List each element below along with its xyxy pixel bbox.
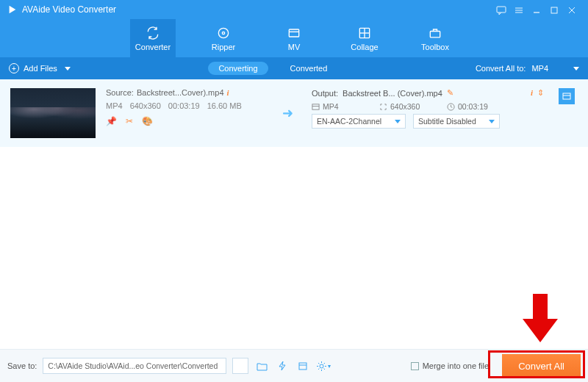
add-files-button[interactable]: + Add Files	[9, 63, 71, 73]
source-label: Source:	[106, 88, 134, 97]
output-resolution: 640x360	[390, 102, 420, 111]
tab-converting[interactable]: Converting	[208, 62, 268, 75]
svg-rect-20	[563, 93, 570, 99]
svg-marker-26	[523, 319, 558, 342]
menu-icon[interactable]	[510, 4, 528, 15]
tab-toolbox[interactable]: Toolbox	[412, 19, 458, 57]
audio-track-value: EN-AAC-2Channel	[317, 117, 381, 126]
file-row: Source: Backstreet...Cover).mp4 i MP4 64…	[0, 79, 588, 147]
plus-icon: +	[9, 63, 19, 73]
svg-point-9	[218, 28, 228, 37]
edit-icon[interactable]: ✎	[447, 88, 453, 98]
video-thumbnail[interactable]	[10, 88, 96, 138]
maximize-button[interactable]	[545, 4, 563, 15]
chevron-down-icon	[65, 67, 71, 71]
task-schedule-icon[interactable]	[295, 358, 310, 373]
chevron-down-icon	[489, 120, 495, 123]
svg-point-24	[320, 364, 323, 368]
output-format-select[interactable]: MP4	[531, 64, 579, 73]
convert-all-button[interactable]: Convert All	[502, 354, 581, 378]
save-path-value: C:\AVAide Studio\AVAid...eo Converter\Co…	[48, 361, 218, 370]
highlight-arrow-icon	[518, 292, 562, 345]
output-filename: Backstreet B... (Cover).mp4	[343, 89, 442, 98]
save-path-dropdown[interactable]	[232, 358, 248, 374]
subtitle-select[interactable]: Subtitle Disabled	[413, 114, 500, 129]
tab-label: Toolbox	[421, 43, 449, 51]
save-to-label: Save to:	[7, 361, 37, 370]
source-resolution: 640x360	[130, 101, 161, 110]
pin-icon[interactable]: 📌	[106, 116, 117, 126]
feedback-icon[interactable]	[492, 4, 510, 15]
tab-label: MV	[288, 43, 301, 51]
subtitle-value: Subtitle Disabled	[418, 117, 476, 126]
app-title: AVAide Video Converter	[22, 4, 492, 15]
svg-marker-0	[10, 6, 16, 14]
convert-all-to-label: Convert All to:	[476, 64, 526, 73]
output-duration: 00:03:19	[458, 102, 488, 111]
title-bar: AVAide Video Converter	[0, 0, 588, 19]
svg-rect-11	[289, 29, 298, 37]
tab-label: Converter	[135, 43, 171, 51]
palette-icon[interactable]: 🎨	[142, 116, 153, 126]
close-button[interactable]	[563, 4, 581, 15]
source-size: 16.60 MB	[207, 101, 242, 110]
svg-rect-17	[312, 104, 319, 109]
arrow-right-icon: ➜	[282, 105, 301, 121]
tab-converter[interactable]: Converter	[130, 19, 176, 57]
svg-rect-16	[430, 31, 440, 37]
tab-label: Ripper	[212, 43, 235, 51]
source-filename: Backstreet...Cover).mp4	[137, 88, 224, 97]
add-files-label: Add Files	[24, 64, 57, 73]
minimize-button[interactable]	[528, 4, 545, 15]
tab-mv[interactable]: MV	[271, 19, 317, 57]
tab-label: Collage	[351, 43, 378, 51]
open-folder-icon[interactable]	[254, 358, 269, 373]
chevron-down-icon	[395, 120, 401, 123]
output-format: MP4	[323, 102, 339, 111]
cut-icon[interactable]: ✂	[126, 116, 133, 126]
save-path-field[interactable]: C:\AVAide Studio\AVAid...eo Converter\Co…	[43, 358, 226, 374]
merge-checkbox[interactable]	[411, 362, 419, 370]
merge-label: Merge into one file	[423, 361, 490, 370]
profile-button[interactable]	[559, 88, 578, 104]
main-toolbar: Converter Ripper MV Collage Toolbox	[0, 19, 588, 57]
compress-icon[interactable]: ⇕	[537, 88, 544, 98]
accelerate-icon[interactable]	[275, 358, 290, 373]
svg-rect-25	[533, 294, 548, 320]
output-format-value: MP4	[531, 64, 548, 73]
svg-rect-6	[551, 7, 557, 13]
svg-point-10	[222, 32, 224, 34]
bottom-bar: Save to: C:\AVAide Studio\AVAid...eo Con…	[0, 349, 588, 382]
tab-collage[interactable]: Collage	[342, 19, 387, 57]
source-format: MP4	[106, 101, 123, 110]
svg-rect-22	[299, 363, 306, 370]
app-logo-icon	[7, 4, 18, 15]
chevron-down-icon	[573, 67, 579, 71]
settings-icon[interactable]: ▾	[316, 358, 331, 373]
tab-ripper[interactable]: Ripper	[201, 19, 246, 57]
svg-rect-1	[497, 7, 506, 12]
output-label: Output:	[312, 89, 338, 98]
tab-converted[interactable]: Converted	[280, 62, 338, 75]
info-icon[interactable]: i	[531, 88, 533, 98]
source-duration: 00:03:19	[168, 101, 200, 110]
info-icon[interactable]: i	[227, 88, 229, 97]
secondary-bar: + Add Files Converting Converted Convert…	[0, 57, 588, 79]
audio-track-select[interactable]: EN-AAC-2Channel	[312, 114, 406, 129]
